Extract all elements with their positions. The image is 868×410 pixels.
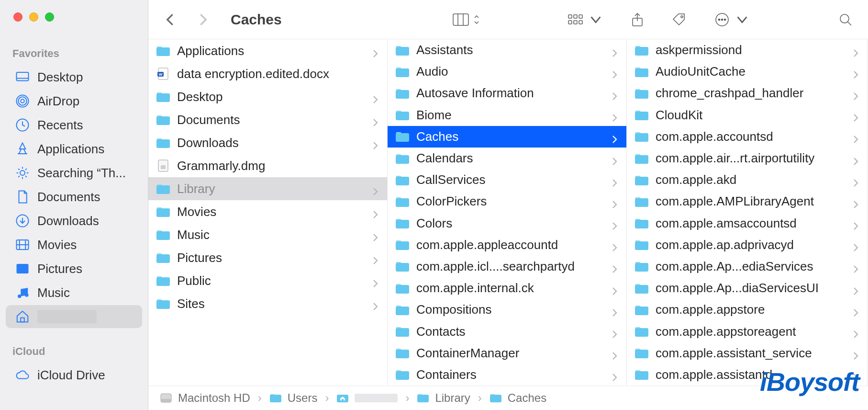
file-row[interactable]: com.apple.internal.ck [388, 277, 626, 299]
sidebar-item-label: AirDrop [37, 94, 79, 109]
file-row[interactable]: Grammarly.dmg [148, 154, 387, 177]
path-label: Users [288, 391, 318, 405]
folder-icon [395, 368, 410, 381]
file-row[interactable]: Caches [388, 126, 626, 148]
file-row[interactable]: Downloads [148, 131, 387, 154]
nav-forward-button[interactable] [195, 12, 211, 27]
file-row[interactable]: com.apple.icl....searchpartyd [388, 256, 626, 277]
folder-icon [395, 195, 410, 208]
sidebar-item-film[interactable]: Movies [6, 233, 142, 256]
file-row[interactable]: data encryption.edited.docx [148, 62, 387, 85]
file-name: Compositions [416, 302, 604, 317]
nav-back-button[interactable] [163, 12, 178, 27]
file-row[interactable]: Contacts [388, 320, 626, 342]
file-row[interactable]: com.apple.accountsd [627, 126, 868, 148]
file-row[interactable]: chrome_crashpad_handler [627, 82, 868, 104]
minimize-window-button[interactable] [29, 12, 38, 22]
chevron-right-icon [852, 154, 859, 163]
chevron-right-icon [611, 262, 618, 271]
tags-button[interactable] [671, 12, 687, 27]
file-row[interactable]: Music [148, 223, 387, 246]
file-name: Assistants [416, 43, 604, 57]
close-window-button[interactable] [13, 12, 22, 22]
action-menu-button[interactable] [714, 12, 750, 27]
zoom-window-button[interactable] [45, 12, 54, 22]
sidebar-item-download[interactable]: Downloads [6, 209, 142, 232]
file-row[interactable]: Movies [148, 200, 387, 223]
file-row[interactable]: com.apple.appleaccountd [388, 234, 626, 256]
file-row[interactable]: com.apple.AMPLibraryAgent [627, 191, 868, 212]
file-row[interactable]: com.apple.assistantd [627, 364, 868, 386]
file-row[interactable]: Biome [388, 104, 626, 126]
file-row[interactable]: com.apple.amsaccountsd [627, 213, 868, 234]
file-name: com.apple.akd [656, 172, 846, 187]
file-row[interactable]: Desktop [148, 85, 387, 108]
file-row[interactable]: Pictures [148, 246, 387, 269]
file-row[interactable]: askpermissiond [627, 39, 868, 61]
file-row[interactable]: Calendars [388, 148, 626, 169]
file-row[interactable]: Library [148, 177, 387, 200]
apps-icon [15, 142, 30, 156]
file-row[interactable]: com.apple.appstore [627, 299, 868, 320]
file-row[interactable]: com.apple.assistant_service [627, 342, 868, 364]
sidebar-item-cloud[interactable]: iCloud Drive [6, 364, 142, 387]
file-row[interactable]: Applications [148, 39, 387, 62]
sidebar-item-music[interactable]: Music [6, 281, 142, 304]
file-row[interactable]: Documents [148, 108, 387, 131]
folder-icon [634, 260, 649, 273]
chevron-right-icon [611, 132, 618, 141]
file-name: com.apple.air...rt.airportutility [656, 151, 846, 166]
file-row[interactable]: Sites [148, 292, 387, 315]
file-row[interactable]: Autosave Information [388, 82, 626, 104]
file-row[interactable]: com.apple.akd [627, 169, 868, 191]
search-button[interactable] [837, 12, 854, 27]
file-row[interactable]: com.apple.air...rt.airportutility [627, 148, 868, 169]
file-row[interactable]: com.apple.ap.adprivacyd [627, 234, 868, 256]
file-name: Applications [177, 44, 365, 58]
file-row[interactable]: Public [148, 269, 387, 292]
file-name: Biome [416, 108, 604, 123]
file-name: Audio [416, 64, 604, 79]
file-row[interactable]: CloudKit [627, 104, 868, 126]
file-row[interactable]: com.apple.Ap...diaServicesUI [627, 277, 868, 299]
sidebar-item-picture[interactable]: Pictures [6, 257, 142, 280]
file-row[interactable]: CallServices [388, 169, 626, 191]
file-row[interactable]: ContainerManager [388, 342, 626, 364]
sidebar-item-apps[interactable]: Applications [6, 137, 142, 160]
file-name: Library [177, 182, 365, 196]
folder-icon [395, 87, 410, 100]
sidebar-item-clock[interactable]: Recents [6, 114, 142, 137]
sidebar-item-doc[interactable]: Documents [6, 185, 142, 208]
folder-icon [634, 325, 649, 338]
file-row[interactable]: Assistants [388, 39, 626, 61]
file-name: Sites [177, 296, 365, 311]
path-label-redacted [355, 394, 398, 402]
path-separator: › [476, 391, 484, 405]
sidebar-item-desktop[interactable]: Desktop [6, 66, 142, 89]
sidebar-item-label: iCloud Drive [37, 368, 105, 383]
airdrop-icon [15, 94, 30, 108]
file-name: com.apple.AMPLibraryAgent [656, 194, 846, 209]
file-row[interactable]: Compositions [388, 299, 626, 320]
file-name: CloudKit [656, 108, 846, 123]
sidebar-item-airdrop[interactable]: AirDrop [6, 90, 142, 113]
view-columns-button[interactable] [453, 12, 480, 27]
path-bar: Macintosh HD› Users› › Library› Caches [148, 386, 868, 410]
file-row[interactable]: com.apple.Ap...ediaServices [627, 256, 868, 277]
chevron-right-icon [611, 327, 618, 336]
sidebar-item-home[interactable] [6, 305, 142, 328]
file-row[interactable]: AudioUnitCache [627, 61, 868, 82]
group-by-button[interactable] [568, 12, 604, 27]
file-row[interactable]: Audio [388, 61, 626, 82]
folder-icon [634, 239, 649, 251]
file-row[interactable]: Colors [388, 213, 626, 234]
column-1: Applications data encryption.edited.docx… [148, 39, 388, 386]
file-row[interactable]: ColorPickers [388, 191, 626, 212]
file-row[interactable]: Containers [388, 364, 626, 386]
sidebar-item-gear[interactable]: Searching “Th... [6, 161, 142, 184]
file-row[interactable]: com.apple.appstoreagent [627, 320, 868, 342]
folder-icon [269, 393, 282, 403]
download-icon [15, 214, 30, 228]
share-button[interactable] [631, 12, 644, 27]
sidebar-home-label [37, 310, 97, 323]
